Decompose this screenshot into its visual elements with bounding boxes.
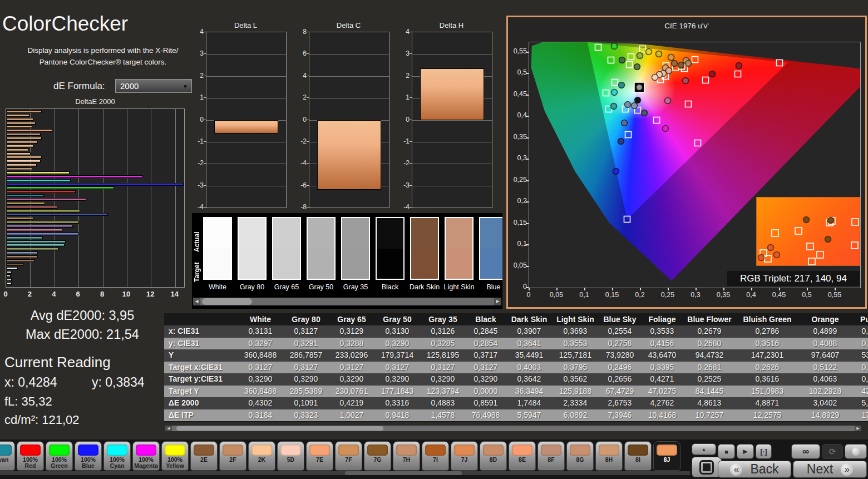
patch-tab-7i[interactable]: 7I <box>422 441 449 471</box>
swatch-target <box>273 249 300 279</box>
play-button[interactable]: ▶ <box>737 444 754 459</box>
patch-tab-2k[interactable]: 2K <box>248 441 275 471</box>
patch-tab-8f[interactable]: 8F <box>537 441 565 471</box>
patch-color-chip <box>78 445 98 456</box>
table-cell: 286,7857 <box>283 349 329 362</box>
patch-tab-7e[interactable]: 7E <box>306 441 333 471</box>
y-axis-tick-label: 0,25 <box>508 176 527 184</box>
inset-circle-marker <box>758 255 765 261</box>
deltae-bar <box>7 125 32 128</box>
tick-mark <box>696 288 697 290</box>
table-row: x: CIE310,31310,31270,31290,31300,31260,… <box>164 325 868 338</box>
table-cell: 4,8613 <box>683 397 736 409</box>
table-cell: 230,0761 <box>329 386 374 398</box>
y-axis-tick-label: 8 <box>297 28 307 36</box>
table-corner-cell <box>164 313 238 325</box>
de-formula-dropdown[interactable]: 2000 ▼ <box>115 79 192 93</box>
swatch-label: Black <box>374 283 406 291</box>
inset-circle-marker <box>774 252 780 258</box>
y-axis-tick-label: -1 <box>194 137 204 145</box>
patch-tab-8e[interactable]: 8E <box>509 441 536 471</box>
table-cell: 0,3288 <box>329 338 374 350</box>
table-cell: 0,3129 <box>329 325 374 338</box>
patch-tab-5d[interactable]: 5D <box>277 441 304 471</box>
table-cell: 0,4883 <box>420 397 466 409</box>
patch-tab-label: 8D <box>480 457 506 463</box>
patch-tab-100-yellow[interactable]: 100% Yellow <box>161 441 189 471</box>
continuous-measure-button[interactable]: ∞ <box>791 444 820 459</box>
table-cell: 179,3714 <box>374 349 420 362</box>
deltae-bar <box>7 267 18 270</box>
gridline <box>412 142 492 142</box>
patch-tab-cyan[interactable]: Cyan <box>0 441 15 471</box>
patch-color-chip <box>165 445 185 456</box>
measured-circle-marker <box>642 110 648 116</box>
color-swatch <box>307 217 336 280</box>
color-swatch <box>479 217 502 280</box>
stop-button[interactable]: ■ <box>718 444 735 459</box>
patch-tab-7h[interactable]: 7H <box>393 441 420 471</box>
table-cell: 0,5122 <box>798 362 852 374</box>
scroll-left-icon[interactable]: ◀ <box>193 298 200 305</box>
patch-tab-8d[interactable]: 8D <box>480 441 507 471</box>
tick-mark <box>640 288 641 290</box>
toolbar-scrollbar[interactable] <box>0 471 690 475</box>
gridline <box>412 54 492 55</box>
patch-tab-2f[interactable]: 2F <box>219 441 246 471</box>
loop-button[interactable]: ⟳ <box>822 444 843 459</box>
tick-mark <box>723 288 724 290</box>
single-measure-button[interactable]: [·] <box>756 444 772 459</box>
patch-tab-8g[interactable]: 8G <box>566 441 594 471</box>
patch-tab-8i[interactable]: 8I <box>624 441 652 471</box>
patch-tab-100-blue[interactable]: 100% Blue <box>75 441 102 471</box>
y-axis-tick-label: 0 <box>508 283 527 290</box>
patch-tab-7j[interactable]: 7J <box>451 441 478 471</box>
patch-tab-100-red[interactable]: 100% Red <box>17 441 44 471</box>
next-button[interactable]: Next » <box>793 461 867 478</box>
table-column-header: Dark Skin <box>506 313 553 325</box>
patch-tab-label: 7H <box>393 457 420 463</box>
tick-mark <box>410 185 412 186</box>
patch-color-chip <box>223 445 243 456</box>
patch-tab-label: 100% Red <box>17 457 43 469</box>
patch-tab-8h[interactable]: 8H <box>595 441 623 471</box>
patch-tab-100-magenta[interactable]: 100% Magenta <box>132 441 160 471</box>
patch-tab-8j[interactable]: 8J <box>653 441 680 471</box>
table-row-header: ΔE 2000 <box>164 397 238 409</box>
inset-square-marker <box>851 242 858 249</box>
scroll-left-icon[interactable]: ◀ <box>165 426 172 431</box>
back-button[interactable]: « Back <box>718 461 791 478</box>
table-cell: 0,3553 <box>553 338 598 350</box>
target-square-marker <box>624 216 630 223</box>
table-cell: 2,6753 <box>598 397 642 409</box>
table-cell: 0,4156 <box>642 338 683 350</box>
table-cell: 0,2681 <box>683 362 736 374</box>
x-axis-tick-label: 0,4 <box>746 291 756 299</box>
table-scroll-thumb[interactable] <box>176 426 383 431</box>
patch-tab-100-cyan[interactable]: 100% Cyan <box>103 441 131 471</box>
table-cell: 125,9188 <box>553 386 598 398</box>
table-scrollbar[interactable]: ◀ ▶ <box>165 426 861 431</box>
table-cell: 5,5947 <box>506 409 553 422</box>
patch-tab-7f[interactable]: 7F <box>335 441 362 471</box>
scroll-right-icon[interactable]: ▶ <box>494 298 501 305</box>
table-column-header: Blue Sky <box>598 313 642 325</box>
toolbar-scroll-thumb[interactable] <box>345 471 462 475</box>
record-button[interactable] <box>845 444 867 459</box>
color-swatch <box>341 217 370 280</box>
deltae-bar <box>7 259 34 262</box>
y-axis-tick-label: 0 <box>297 116 307 124</box>
swatch-strip-scrollbar[interactable]: ◀ ▶ <box>193 298 501 305</box>
patch-tab-2e[interactable]: 2E <box>190 441 218 471</box>
swatch-scroll-thumb[interactable] <box>202 298 252 305</box>
table-cell: 76,4988 <box>466 409 506 422</box>
tick-mark <box>779 288 780 290</box>
patch-tab-7g[interactable]: 7G <box>364 441 391 471</box>
patch-color-chip <box>136 445 156 456</box>
patch-tab-100-green[interactable]: 100% Green <box>46 441 73 471</box>
patch-window-button[interactable] <box>692 457 722 477</box>
scroll-right-icon[interactable]: ▶ <box>855 426 861 431</box>
de-formula-value: 2000 <box>120 81 139 91</box>
measured-circle-marker <box>637 53 643 59</box>
collapse-button[interactable]: ▲ <box>692 443 716 455</box>
